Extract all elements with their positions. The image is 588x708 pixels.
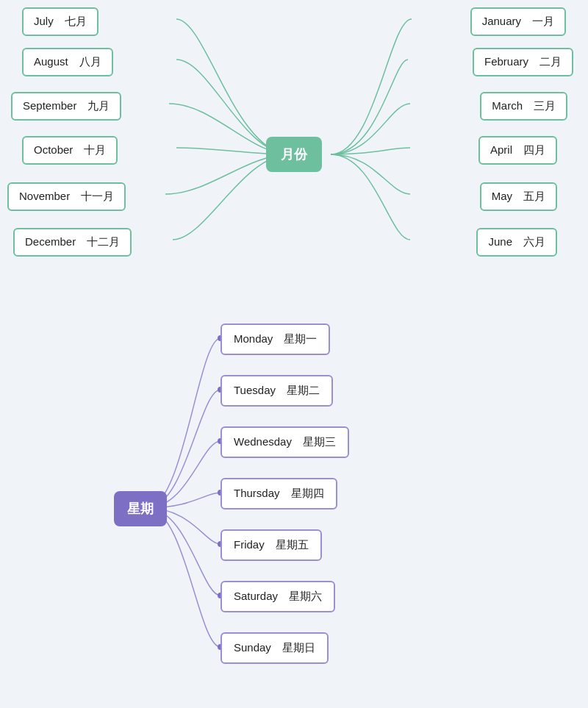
month-node-september: September 九月 (11, 92, 121, 121)
weekday-node-friday: Friday 星期五 (220, 529, 322, 561)
month-node-november: November 十一月 (7, 182, 126, 211)
month-node-july: July 七月 (22, 7, 98, 36)
months-center-node: 月份 (266, 137, 322, 172)
weekdays-center-node: 星期 (114, 491, 167, 526)
month-node-august: August 八月 (22, 48, 113, 76)
weekday-node-tuesday: Tuesday 星期二 (220, 375, 333, 407)
diagram-container: 月份 July 七月 August 八月 September 九月 Octobe… (0, 0, 588, 708)
month-node-june: June 六月 (476, 228, 557, 257)
weekday-node-saturday: Saturday 星期六 (220, 581, 335, 612)
months-section: 月份 July 七月 August 八月 September 九月 Octobe… (0, 0, 588, 309)
month-node-december: December 十二月 (13, 228, 132, 257)
month-node-february: February 二月 (473, 48, 573, 76)
month-node-april: April 四月 (478, 136, 557, 165)
month-node-october: October 十月 (22, 136, 118, 165)
month-node-may: May 五月 (480, 182, 557, 211)
month-node-march: March 三月 (480, 92, 567, 121)
weekday-node-wednesday: Wednesday 星期三 (220, 426, 349, 458)
month-node-january: January 一月 (470, 7, 566, 36)
weekday-node-sunday: Sunday 星期日 (220, 632, 329, 664)
weekday-node-thursday: Thursday 星期四 (220, 478, 337, 509)
weekday-node-monday: Monday 星期一 (220, 323, 330, 355)
weekdays-section: 星期 Monday 星期一 Tuesday 星期二 Wednesday 星期三 … (0, 309, 588, 708)
